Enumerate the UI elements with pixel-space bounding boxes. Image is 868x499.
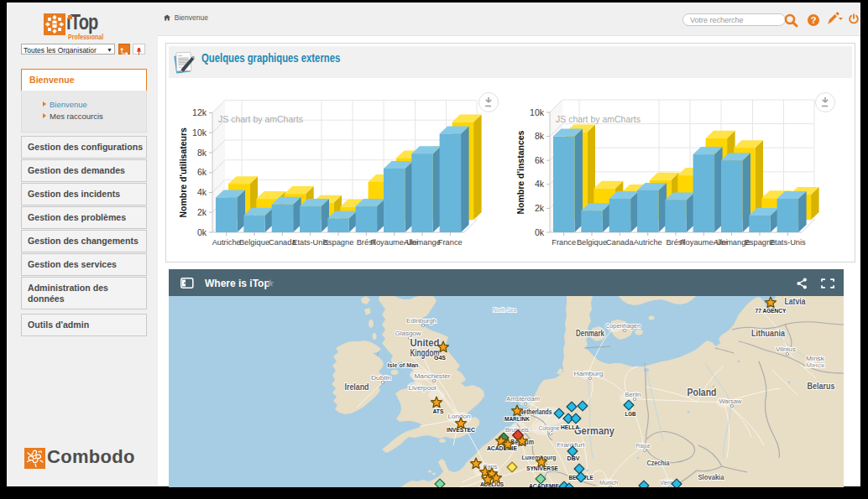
svg-text:Autriche: Autriche [212, 238, 241, 247]
svg-text:LGB: LGB [625, 410, 636, 418]
svg-text:France: France [552, 238, 576, 247]
svg-text:Czechia: Czechia [647, 458, 671, 467]
svg-text:4k: 4k [535, 179, 545, 189]
svg-text:Minsk: Minsk [806, 355, 825, 362]
svg-text:8k: 8k [197, 148, 207, 158]
svg-text:10k: 10k [530, 107, 545, 117]
svg-text:ATS: ATS [433, 408, 444, 415]
svg-text:Belarus: Belarus [808, 381, 835, 391]
svg-text:Amsterdam: Amsterdam [506, 395, 540, 403]
svg-text:2k: 2k [197, 207, 207, 217]
svg-text:Ireland: Ireland [345, 382, 369, 392]
svg-text:Vilnius: Vilnius [776, 346, 796, 353]
svg-text:Munich: Munich [599, 479, 618, 486]
svg-text:ADELIUS: ADELIUS [480, 481, 504, 487]
svg-text:Dublin: Dublin [371, 374, 391, 382]
svg-text:4k: 4k [197, 187, 207, 197]
svg-text:Poland: Poland [688, 387, 717, 398]
svg-text:Denmark: Denmark [576, 328, 604, 338]
svg-text:10k: 10k [192, 127, 207, 138]
svg-text:Warsaw: Warsaw [719, 398, 742, 405]
svg-text:Isle of Man: Isle of Man [388, 362, 419, 368]
svg-text:2k: 2k [535, 203, 545, 213]
svg-text:France: France [438, 238, 463, 247]
svg-text:Espagne: Espagne [323, 238, 354, 247]
svg-text:G4S: G4S [434, 354, 446, 361]
svg-text:Slovakia: Slovakia [698, 472, 725, 481]
svg-text:HELLA: HELLA [561, 424, 580, 431]
svg-text:?: ? [811, 15, 817, 25]
svg-text:Prague: Prague [636, 442, 651, 450]
svg-text:Manchester: Manchester [415, 372, 451, 380]
svg-text:ACADEMIE: ACADEMIE [529, 482, 559, 487]
svg-text:6k: 6k [197, 167, 207, 177]
svg-text:Latvia: Latvia [785, 296, 806, 306]
svg-text:6k: 6k [535, 155, 545, 165]
svg-text:Belgique: Belgique [239, 238, 269, 247]
svg-text:INVESTEC: INVESTEC [447, 426, 476, 434]
svg-text:Nombre d'utilisateurs: Nombre d'utilisateurs [178, 127, 188, 218]
svg-text:London: London [448, 413, 471, 420]
svg-text:Hamburg: Hamburg [574, 370, 604, 377]
svg-text:Edinburgh: Edinburgh [406, 317, 437, 325]
svg-text:Belgique: Belgique [577, 238, 607, 247]
svg-text:Autriche: Autriche [634, 238, 662, 247]
svg-text:0k: 0k [535, 227, 545, 237]
svg-text:MARLINK: MARLINK [505, 415, 531, 423]
svg-text:Lithuania: Lithuania [751, 328, 785, 338]
svg-text:Etats-Unis: Etats-Unis [770, 238, 806, 247]
svg-text:Cologne: Cologne [539, 424, 560, 432]
svg-text:JS chart by amCharts: JS chart by amCharts [556, 114, 641, 124]
svg-text:JS chart by amCharts: JS chart by amCharts [218, 114, 303, 124]
svg-text:Berlin: Berlin [625, 391, 641, 398]
svg-text:Copenhagen: Copenhagen [605, 322, 641, 330]
svg-text:12k: 12k [192, 107, 207, 117]
svg-text:Nombre d'instances: Nombre d'instances [515, 130, 526, 214]
svg-text:8k: 8k [535, 131, 545, 141]
svg-text:0k: 0k [197, 227, 207, 237]
svg-text:Allemange: Allemange [404, 238, 441, 247]
svg-text:Canada: Canada [606, 238, 634, 247]
svg-text:North Sea: North Sea [493, 306, 516, 314]
svg-text:Мінск: Мінск [806, 362, 825, 368]
svg-text:Germany: Germany [574, 424, 614, 437]
svg-text:77 AGENCY: 77 AGENCY [756, 307, 787, 314]
svg-text:Liverpool: Liverpool [409, 384, 437, 392]
svg-text:ACADEMIE: ACADEMIE [487, 444, 517, 452]
svg-text:Glasgow: Glasgow [395, 330, 421, 337]
